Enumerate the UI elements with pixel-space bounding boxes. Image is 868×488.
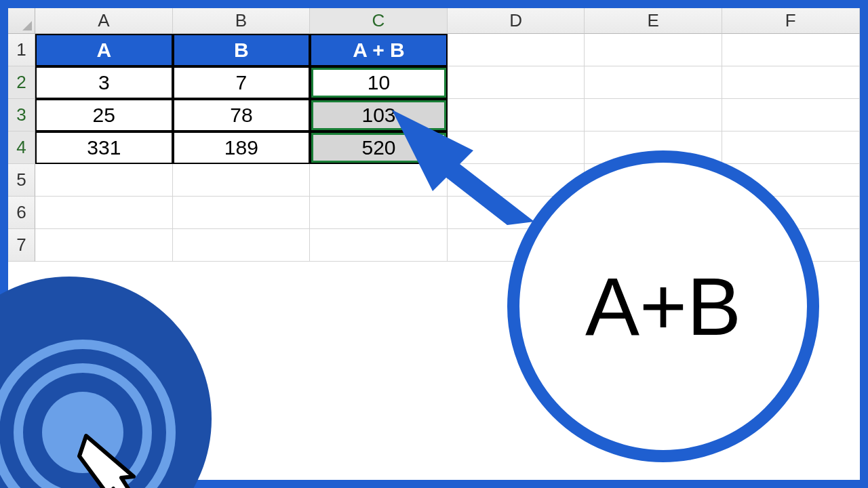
annotation-label: A+B bbox=[585, 260, 741, 353]
row-header-5[interactable]: 5 bbox=[8, 164, 35, 197]
cell-A2[interactable]: 3 bbox=[35, 66, 173, 99]
cell-A1[interactable]: A bbox=[35, 34, 173, 66]
cell-B6[interactable] bbox=[173, 197, 311, 229]
cell-C1[interactable]: A + B bbox=[310, 34, 448, 66]
cell-B5[interactable] bbox=[173, 164, 311, 197]
brand-logo-icon bbox=[0, 277, 212, 488]
cell-A4[interactable]: 331 bbox=[35, 131, 173, 164]
col-header-E[interactable]: E bbox=[585, 8, 722, 34]
col-header-B[interactable]: B bbox=[173, 8, 311, 34]
select-all-corner[interactable] bbox=[8, 8, 35, 34]
cell-D2[interactable] bbox=[448, 66, 585, 99]
row-header-4[interactable]: 4 bbox=[8, 131, 35, 164]
col-header-D[interactable]: D bbox=[448, 8, 585, 34]
cell-A7[interactable] bbox=[35, 229, 173, 262]
cell-C2[interactable]: 10 bbox=[310, 66, 448, 99]
cell-E2[interactable] bbox=[585, 66, 722, 99]
col-header-A[interactable]: A bbox=[35, 8, 173, 34]
cell-C7[interactable] bbox=[310, 229, 448, 262]
cell-E3[interactable] bbox=[585, 99, 722, 131]
cell-D1[interactable] bbox=[448, 34, 585, 66]
cell-B7[interactable] bbox=[173, 229, 311, 262]
row-header-7[interactable]: 7 bbox=[8, 229, 35, 262]
cell-F4[interactable] bbox=[722, 131, 860, 164]
row-header-3[interactable]: 3 bbox=[8, 99, 35, 131]
cell-F1[interactable] bbox=[722, 34, 860, 66]
cell-E1[interactable] bbox=[585, 34, 722, 66]
row-header-2[interactable]: 2 bbox=[8, 66, 35, 99]
cell-A6[interactable] bbox=[35, 197, 173, 229]
row-header-6[interactable]: 6 bbox=[8, 197, 35, 229]
cell-B4[interactable]: 189 bbox=[173, 131, 311, 164]
col-header-F[interactable]: F bbox=[722, 8, 860, 34]
cell-B1[interactable]: B bbox=[173, 34, 311, 66]
cell-F3[interactable] bbox=[722, 99, 860, 131]
cell-A5[interactable] bbox=[35, 164, 173, 197]
callout-arrow-icon bbox=[392, 110, 541, 225]
col-header-C[interactable]: C bbox=[310, 8, 448, 34]
cell-B2[interactable]: 7 bbox=[173, 66, 311, 99]
svg-marker-0 bbox=[392, 110, 534, 225]
cell-F2[interactable] bbox=[722, 66, 860, 99]
annotation-callout: A+B bbox=[507, 150, 819, 462]
row-header-1[interactable]: 1 bbox=[8, 34, 35, 66]
cell-B3[interactable]: 78 bbox=[173, 99, 311, 131]
app-frame: A B C D E F 1 A B A + B 2 3 7 10 3 25 78… bbox=[0, 0, 868, 488]
cell-A3[interactable]: 25 bbox=[35, 99, 173, 131]
